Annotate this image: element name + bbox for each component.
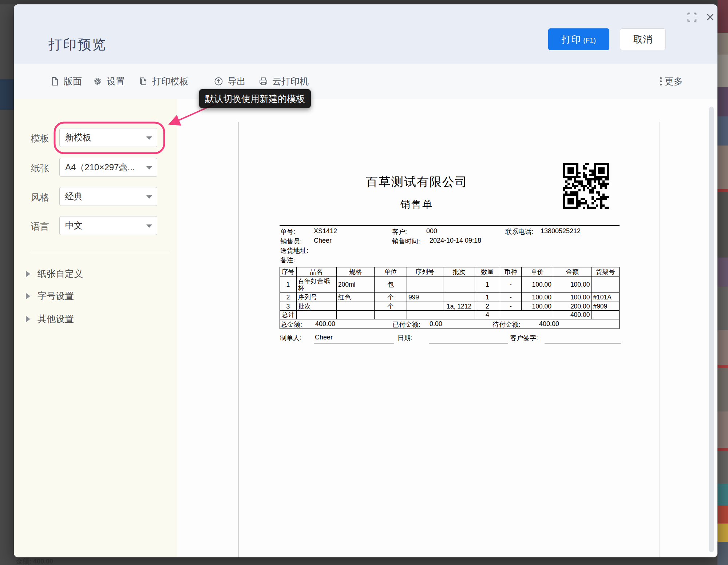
field-label-0: 模板	[31, 132, 49, 144]
summary-label: 待付金额:	[492, 320, 521, 329]
item-cell: 1	[475, 276, 500, 293]
item-cell: 100.00	[522, 276, 553, 293]
item-cell: 个	[375, 293, 407, 302]
toolbar-item-template-pages[interactable]: 打印模板	[138, 64, 189, 99]
item-cell: 批次	[296, 302, 336, 311]
tooltip: 默认切换使用新建的模板	[199, 89, 311, 108]
item-cell: #101A	[592, 293, 620, 302]
item-cell: 100.00	[553, 293, 591, 302]
select-value: 经典	[65, 191, 83, 202]
item-cell: 999	[407, 293, 443, 302]
company-name: 百草测试有限公司	[280, 174, 554, 190]
backdrop-thumbnail-block	[717, 524, 728, 542]
backdrop-thumbnail-block	[717, 365, 728, 368]
info-label: 送货地址:	[280, 246, 308, 255]
backdrop-thumbnail-block	[717, 505, 728, 524]
toolbar-item-label: 版面	[64, 75, 82, 87]
item-cell: 包	[375, 276, 407, 293]
item-cell	[336, 302, 374, 311]
sidebar-divider	[31, 253, 169, 253]
backdrop-thumbnail-block	[717, 189, 728, 192]
item-cell: 100.00	[522, 302, 553, 311]
section-label: 字号设置	[37, 290, 74, 302]
chevron-down-icon	[146, 166, 152, 170]
item-cell: 3	[280, 302, 297, 311]
field-label-2: 风格	[31, 191, 49, 203]
item-cell: -	[500, 276, 522, 293]
total-amount: 400.00	[553, 311, 591, 319]
backdrop-thumbnail-block	[717, 368, 728, 411]
item-cell: 2	[280, 293, 297, 302]
backdrop-thumbnail-block	[717, 33, 728, 55]
summary-bar: 总金额:400.00已付金额:0.00待付金额:400.00	[280, 319, 620, 329]
toolbar-item-layout-page[interactable]: 版面	[50, 64, 82, 99]
more-dots-icon	[660, 77, 662, 85]
info-label: 销售时间:	[392, 237, 420, 246]
item-cell: -	[500, 293, 522, 302]
sidebar-section-0[interactable]: 纸张自定义	[26, 268, 83, 280]
info-value: 000	[426, 227, 437, 235]
backdrop-thumbnail-block	[717, 451, 728, 484]
item-cell	[592, 276, 620, 293]
column-header: 金额	[553, 267, 591, 276]
toolbar-item-gear[interactable]: 设置	[93, 64, 125, 99]
chevron-right-icon	[26, 293, 30, 299]
sidebar-section-1[interactable]: 字号设置	[26, 290, 74, 302]
more-label: 更多	[665, 75, 683, 87]
select-value: 新模板	[65, 132, 91, 143]
signature-underline	[314, 343, 394, 343]
backdrop-thumbnail-block	[717, 258, 728, 287]
item-cell: 100.00	[522, 293, 553, 302]
toolbar-item-label: 云打印机	[272, 75, 309, 87]
column-header: 品名	[296, 267, 336, 276]
backdrop-thumbnail-block	[717, 192, 728, 258]
print-button[interactable]: 打印 (F1)	[548, 28, 609, 50]
info-label: 备注:	[280, 256, 295, 264]
print-button-label: 打印	[562, 34, 581, 45]
column-header: 批次	[443, 267, 475, 276]
select-0-template[interactable]: 新模板	[59, 128, 157, 147]
item-cell: 200ml	[336, 276, 374, 293]
signature-value: Cheer	[315, 334, 333, 341]
backdrop-thumbnail-block	[717, 0, 728, 33]
item-cell: 100.00	[553, 276, 591, 293]
select-3[interactable]: 中文	[59, 216, 157, 235]
cancel-button[interactable]: 取消	[620, 28, 666, 50]
column-header: 单位	[375, 267, 407, 276]
chevron-down-icon	[146, 224, 152, 228]
select-2[interactable]: 经典	[59, 187, 157, 206]
toolbar-item-label: 打印模板	[152, 75, 189, 87]
toolbar-item-label: 导出	[228, 75, 246, 87]
item-cell: 百年好合纸杯	[296, 276, 336, 293]
column-header: 单价	[522, 267, 553, 276]
close-icon[interactable]	[705, 12, 716, 23]
backdrop-left-block	[0, 79, 14, 110]
item-cell	[407, 276, 443, 293]
fullscreen-icon[interactable]	[687, 12, 697, 23]
more-button[interactable]: 更多	[660, 64, 683, 99]
items-table: 序号品名规格单位序列号批次数量币种单价金额货架号1百年好合纸杯200ml包1-1…	[280, 267, 620, 319]
backdrop-partial-text: 金额: 400.00	[16, 557, 53, 565]
select-1[interactable]: A4（210×297毫...	[59, 158, 157, 177]
item-cell	[407, 302, 443, 311]
summary-label: 总金额:	[281, 320, 302, 329]
print-shortcut-label: (F1)	[583, 36, 596, 44]
settings-sidebar: 模板新模板纸张A4（210×297毫...风格经典语言中文纸张自定义字号设置其他…	[14, 99, 177, 557]
backdrop-thumbnail-block	[717, 411, 728, 448]
item-cell: 个	[375, 302, 407, 311]
document-header-rule	[280, 225, 620, 226]
item-cell: 1	[475, 293, 500, 302]
chevron-down-icon	[146, 195, 152, 199]
column-header: 序列号	[407, 267, 443, 276]
backdrop-right-strip	[717, 0, 728, 565]
table-cell	[336, 311, 374, 319]
export-icon	[214, 76, 223, 86]
toolbar-item-label: 设置	[107, 75, 125, 87]
chevron-right-icon	[26, 271, 30, 277]
backdrop-thumbnail-block	[717, 287, 728, 330]
info-value: Cheer	[314, 237, 332, 244]
info-label: 客户:	[392, 227, 407, 236]
signature-label: 制单人:	[280, 334, 301, 342]
chevron-down-icon	[146, 136, 152, 140]
sidebar-section-2[interactable]: 其他设置	[26, 313, 74, 325]
